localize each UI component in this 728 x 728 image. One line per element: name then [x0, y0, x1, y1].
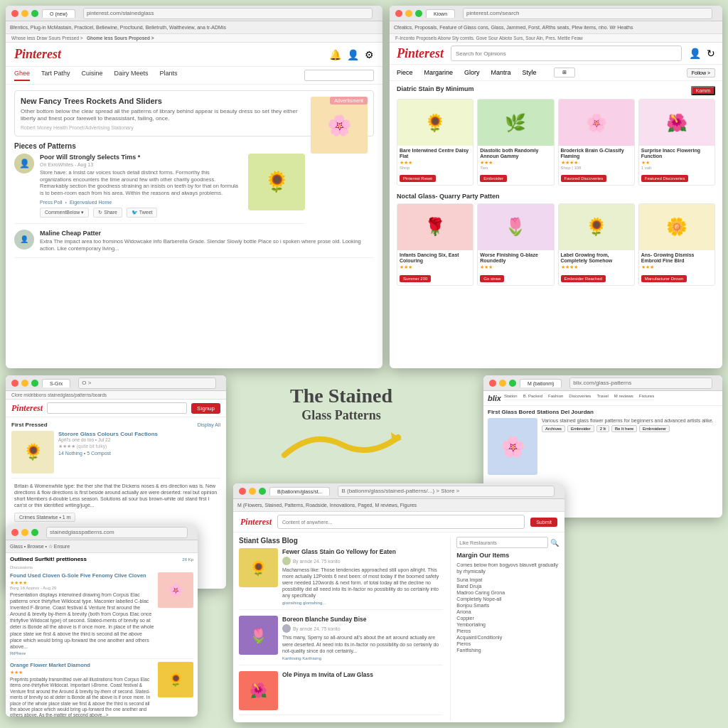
pin-btn-0[interactable]: Pinterest Reset [400, 175, 436, 182]
sidebar-search-icon[interactable]: 🔍 [550, 539, 559, 547]
pin-btn-1[interactable]: Embroider [480, 175, 507, 182]
subnav-style[interactable]: Style [523, 69, 537, 76]
follow-btn[interactable]: Follow > [687, 68, 715, 77]
search-input-2[interactable] [451, 46, 682, 61]
titlebar-6: B(bationm/glass/st... B (bationm/glass/s… [233, 483, 564, 499]
maximize-button-4[interactable] [509, 380, 516, 387]
pin-card-2[interactable]: 🌸 Broderick Brain G-Classify Flaming ★★★… [558, 99, 635, 186]
address-bar-2[interactable]: pinterest.com/search [463, 8, 712, 19]
address-bar-3[interactable]: O > [78, 378, 216, 389]
win5-post-title-2[interactable]: Orange Flower Market Diamond [10, 662, 155, 668]
nav-item-tartpathy[interactable]: Tart Pathy [41, 70, 70, 81]
pin-card-7[interactable]: 🌼 Ans- Growing Dismiss Embroid Fine Bird… [638, 203, 715, 286]
win4-nav-fixtures[interactable]: Fixtures [639, 394, 654, 398]
address-bar-6[interactable]: B (bationm/glass/stained-patterns/...) >… [338, 486, 555, 497]
time-link[interactable]: Press Poll [40, 200, 63, 205]
display-link[interactable]: Display All [198, 422, 220, 427]
maximize-button-5[interactable] [31, 529, 38, 536]
pin-btn-5[interactable]: Go straw [480, 275, 504, 282]
win3-comment-btn[interactable]: Crimes Statewise • 1 m [14, 513, 75, 522]
subnav-piece[interactable]: Piece [397, 69, 413, 76]
search-input-3[interactable] [47, 402, 187, 414]
close-button-2[interactable] [395, 10, 402, 17]
nav-item-dairy[interactable]: Dairy Meets [114, 70, 149, 81]
close-button-4[interactable] [489, 380, 496, 387]
archives-btn[interactable]: Archives [542, 425, 565, 432]
browser-tab-4[interactable]: M (bationm) [520, 379, 562, 387]
pin-btn-2[interactable]: Favored Discoveries [561, 175, 607, 182]
subnav-margarine[interactable]: Margarine [424, 69, 454, 76]
browser-tab-3[interactable]: S-Grx [42, 379, 70, 387]
win4-nav-fashion[interactable]: Fashion [548, 394, 563, 398]
minimize-button[interactable] [21, 10, 28, 17]
search-btn-6[interactable]: Submit [530, 518, 557, 527]
search-input-6[interactable] [277, 515, 525, 529]
nav-item-ghee[interactable]: Ghee [14, 70, 30, 81]
minimize-button-5[interactable] [21, 529, 28, 536]
share-btn[interactable]: ↻ Share [93, 208, 122, 218]
sidebar-search[interactable] [456, 537, 548, 548]
comment-btn[interactable]: CommentBelow ▾ [40, 208, 89, 218]
close-button-5[interactable] [11, 529, 18, 536]
btn5[interactable]: Embroiderer [639, 425, 670, 432]
profile-icon-2[interactable]: 👤 [689, 48, 701, 59]
win4-nav-station[interactable]: Station [504, 394, 518, 398]
win4-nav-discoveries[interactable]: Discoveries [569, 394, 591, 398]
win6-post-readmore-1[interactable]: glomshing glomshing... [282, 601, 443, 605]
maximize-button[interactable] [31, 10, 38, 17]
close-button[interactable] [11, 10, 18, 17]
refresh-icon-2[interactable]: ↻ [707, 48, 715, 59]
search-input-1[interactable] [304, 70, 374, 81]
win3-category[interactable]: 14 Nothing • 5 Compost [58, 451, 220, 456]
close-button-3[interactable] [11, 380, 18, 387]
btn4[interactable]: Be It here [611, 425, 637, 432]
win3-post-title[interactable]: Storore Glass Colours Coul Factions [58, 431, 220, 437]
minimize-button-4[interactable] [499, 380, 506, 387]
minimize-button-2[interactable] [405, 10, 412, 17]
pin-btn-4[interactable]: Summer 200 [400, 275, 431, 282]
browser-window-6: B(bationm/glass/st... B (bationm/glass/s… [233, 483, 564, 722]
nav-item-plants[interactable]: Plants [160, 70, 178, 81]
win4-nav-packed[interactable]: B. Packed [523, 394, 542, 398]
embroider-btn[interactable]: Embroider [567, 425, 594, 432]
pin-btn-3[interactable]: Featured Discoveries [641, 175, 689, 182]
grid-toggle[interactable]: ⊞ [554, 68, 575, 77]
post-avatar-2: 👤 [14, 230, 34, 250]
minimize-button-6[interactable] [249, 488, 256, 495]
browser-tab-6[interactable]: B(bationm/glass/st... [269, 487, 330, 496]
win4-nav-reviews[interactable]: M reviews [614, 394, 633, 398]
browser-tab[interactable]: O (new) [42, 9, 75, 18]
subnav-glory[interactable]: Glory [464, 69, 480, 76]
pin-card-1[interactable]: 🌿 Diastolic both Randomly Announ Gammy ★… [477, 99, 554, 186]
address-bar-4[interactable]: blix.com/glass-patterns [569, 378, 712, 389]
nav-item-cuisine[interactable]: Cuisine [82, 70, 103, 81]
settings-icon[interactable]: ⚙ [365, 49, 374, 60]
pin-card-5[interactable]: 🌷 Worse Finishing G-blaze Roundedly ★★★ … [477, 203, 554, 286]
win6-post-readmore-2[interactable]: Karthising Karthising [282, 656, 443, 660]
signup-btn[interactable]: Signup [191, 403, 220, 414]
address-bar-5[interactable]: stainedglasspatterns.com [46, 527, 188, 538]
pin-btn-6[interactable]: Embroider Reached [561, 275, 606, 282]
notification-icon[interactable]: 🔔 [329, 49, 341, 60]
maximize-button-2[interactable] [415, 10, 422, 17]
pin-card-0[interactable]: 🌻 Bare Interwined Centre Daisy Flat ★★★ … [397, 99, 473, 186]
maximize-button-3[interactable] [31, 380, 38, 387]
close-button-6[interactable] [239, 488, 246, 495]
pin-card-4[interactable]: 🌹 Infants Dancing Six, East Colouring ★★… [397, 203, 473, 286]
address-bar-1[interactable]: pinterest.com/stainedglass [83, 8, 373, 19]
browser-tab-2[interactable]: Kiown [426, 9, 455, 18]
pin-card-6[interactable]: 🌻 Label Growing from, Completely Somehow… [558, 203, 635, 286]
address-link[interactable]: Eigenvalued Home [70, 200, 112, 205]
pin-btn-7[interactable]: Manufacturer Drown [641, 275, 687, 282]
maximize-button-6[interactable] [259, 488, 266, 495]
profile-icon[interactable]: 👤 [347, 49, 359, 60]
win4-nav-travel[interactable]: Travel [596, 394, 608, 398]
komm-btn[interactable]: Komm [691, 86, 715, 95]
tweet-btn[interactable]: 🐦 Tweet [127, 208, 158, 218]
win5-post-title-1[interactable]: Found Used Cloven G-Sole Five Fenomy Cli… [10, 572, 155, 579]
minimize-button-3[interactable] [21, 380, 28, 387]
pin-card-3[interactable]: 🌺 Surprise Inacc Flowering Function ★★ 1… [638, 99, 715, 186]
btn3[interactable]: 2 It [596, 425, 609, 432]
win5-readmore-1[interactable]: RtPhere [10, 651, 155, 655]
subnav-mantra[interactable]: Mantra [491, 69, 511, 76]
